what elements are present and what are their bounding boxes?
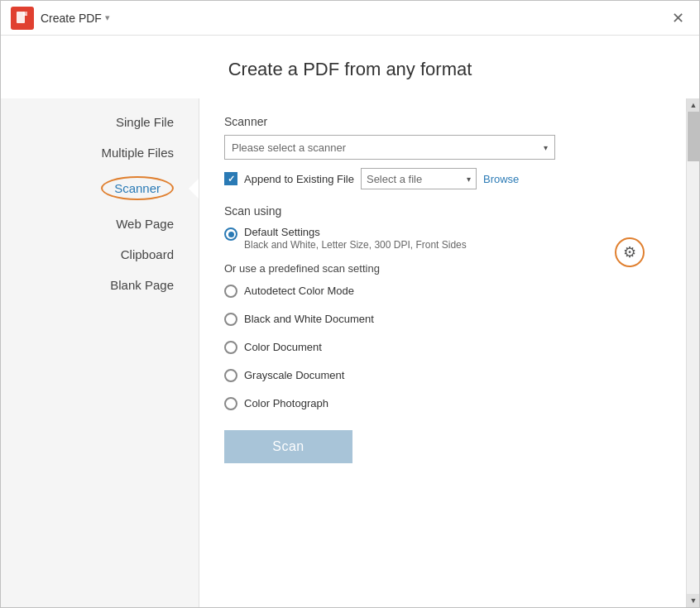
color-photo-radio[interactable]: [224, 397, 237, 410]
autodetect-label: Autodetect Color Mode: [244, 285, 354, 297]
grayscale-radio[interactable]: [224, 369, 237, 382]
scroll-track[interactable]: [687, 112, 699, 594]
grayscale-label: Grayscale Document: [244, 369, 344, 381]
scan-using-label: Scan using: [224, 204, 653, 218]
content-area: Scanner Please select a scanner ▾ Append…: [199, 98, 686, 607]
append-checkbox[interactable]: [224, 172, 237, 185]
browse-link[interactable]: Browse: [483, 173, 519, 185]
page-heading: Create a PDF from any format: [1, 36, 699, 98]
scroll-down-arrow[interactable]: ▼: [687, 594, 699, 607]
close-button[interactable]: ✕: [666, 7, 689, 30]
sidebar-item-scanner[interactable]: Scanner: [1, 168, 199, 208]
predefined-label: Or use a predefined scan setting: [224, 262, 653, 275]
scanner-dropdown-text: Please select a scanner: [232, 141, 544, 154]
black-white-label: Black and White Document: [244, 313, 374, 325]
titlebar-left: Create PDF▾: [11, 7, 110, 30]
sidebar-item-single-file[interactable]: Single File: [1, 107, 199, 137]
default-settings-radio-row: Default Settings Black and White, Letter…: [224, 226, 653, 251]
sidebar-item-clipboard[interactable]: Clipboard: [1, 239, 199, 270]
gear-settings-button[interactable]: ⚙: [615, 237, 645, 267]
scan-button[interactable]: Scan: [224, 430, 352, 463]
black-white-radio-row: Black and White Document: [224, 311, 653, 326]
scanner-highlight: Scanner: [101, 176, 174, 200]
sidebar: Single File Multiple Files Scanner Web P…: [1, 98, 199, 607]
autodetect-radio[interactable]: [224, 285, 237, 298]
color-doc-radio[interactable]: [224, 341, 237, 354]
default-settings-label: Default Settings: [244, 226, 467, 238]
scrollbar[interactable]: ▲ ▼: [686, 98, 699, 607]
default-settings-radio[interactable]: [224, 227, 237, 241]
color-photo-radio-row: Color Photograph: [224, 395, 653, 410]
black-white-radio[interactable]: [224, 313, 237, 326]
append-label: Append to Existing File: [244, 173, 354, 185]
scanner-dropdown[interactable]: Please select a scanner ▾: [224, 135, 555, 160]
file-select-arrow: ▾: [467, 175, 471, 184]
default-settings-text-group: Default Settings Black and White, Letter…: [244, 226, 467, 251]
scanner-section-label: Scanner: [224, 115, 653, 128]
scroll-up-arrow[interactable]: ▲: [687, 98, 699, 112]
color-photo-label: Color Photograph: [244, 397, 328, 409]
scroll-thumb[interactable]: [688, 112, 699, 161]
scanner-dropdown-arrow: ▾: [544, 143, 548, 152]
sidebar-item-multiple-files[interactable]: Multiple Files: [1, 137, 199, 168]
file-select-dropdown[interactable]: Select a file ▾: [361, 168, 477, 189]
color-doc-label: Color Document: [244, 341, 322, 353]
file-select-text: Select a file: [367, 173, 467, 185]
main-window: Create PDF▾ ✕ Create a PDF from any form…: [0, 0, 700, 608]
sidebar-item-web-page[interactable]: Web Page: [1, 208, 199, 239]
main-layout: Single File Multiple Files Scanner Web P…: [1, 98, 699, 607]
color-doc-radio-row: Color Document: [224, 339, 653, 354]
app-icon: [11, 7, 34, 30]
grayscale-radio-row: Grayscale Document: [224, 367, 653, 382]
default-settings-detail: Black and White, Letter Size, 300 DPI, F…: [244, 239, 467, 251]
titlebar: Create PDF▾ ✕: [1, 1, 699, 36]
autodetect-radio-row: Autodetect Color Mode: [224, 283, 653, 298]
gear-icon: ⚙: [623, 243, 636, 261]
sidebar-item-blank-page[interactable]: Blank Page: [1, 270, 199, 300]
append-row: Append to Existing File Select a file ▾ …: [224, 168, 653, 189]
titlebar-title: Create PDF▾: [41, 12, 110, 25]
